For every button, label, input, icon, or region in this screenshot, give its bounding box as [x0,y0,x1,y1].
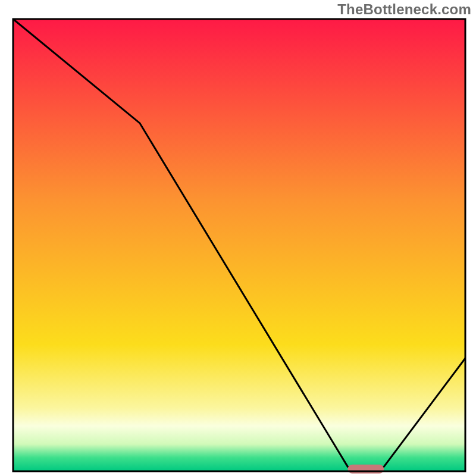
chart-svg [0,0,476,476]
watermark-text: TheBottleneck.com [337,1,471,18]
gradient-background [13,19,465,471]
bottleneck-chart: TheBottleneck.com [0,0,476,476]
